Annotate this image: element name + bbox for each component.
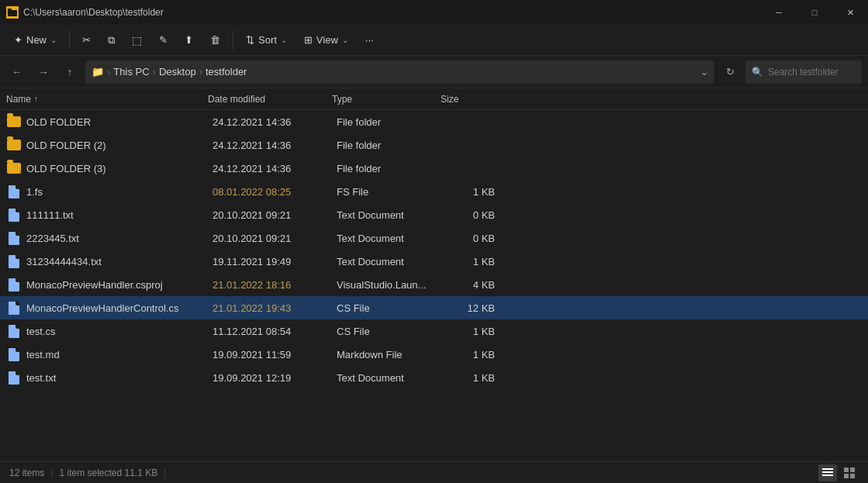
folder-icon bbox=[6, 137, 22, 153]
more-button[interactable]: ··· bbox=[358, 30, 382, 50]
table-row[interactable]: 2223445.txt 20.10.2021 09:21 Text Docume… bbox=[0, 226, 868, 250]
svg-rect-6 bbox=[850, 467, 855, 472]
table-row[interactable]: test.txt 19.09.2021 12:19 Text Document … bbox=[0, 366, 868, 389]
maximize-button[interactable]: □ bbox=[797, 0, 832, 25]
file-name: 31234444434.txt bbox=[26, 256, 213, 267]
file-type: CS File bbox=[337, 326, 445, 337]
toolbar-separator-2 bbox=[233, 31, 233, 50]
file-name: MonacoPreviewHandlerControl.cs bbox=[26, 302, 213, 314]
table-row[interactable]: OLD FOLDER 24.12.2021 14:36 File folder bbox=[0, 110, 868, 133]
table-row[interactable]: test.md 19.09.2021 11:59 Markdown File 1… bbox=[0, 343, 868, 366]
file-icon bbox=[6, 207, 22, 223]
col-size-header[interactable]: Size bbox=[441, 94, 503, 105]
breadcrumb-desktop[interactable]: Desktop bbox=[159, 66, 196, 78]
sort-chevron: ⌄ bbox=[281, 36, 287, 44]
file-icon bbox=[6, 323, 22, 339]
table-row[interactable]: 31234444434.txt 19.11.2021 19:49 Text Do… bbox=[0, 250, 868, 273]
file-type: FS File bbox=[337, 186, 445, 198]
paste-button[interactable]: ⬚ bbox=[124, 30, 150, 50]
breadcrumb-testfolder[interactable]: testfolder bbox=[206, 66, 247, 78]
file-type: File folder bbox=[337, 163, 445, 174]
table-row[interactable]: MonacoPreviewHandler.csproj 21.01.2022 1… bbox=[0, 273, 868, 296]
cut-button[interactable]: ✂ bbox=[74, 30, 99, 50]
copy-button[interactable]: ⧉ bbox=[100, 30, 123, 50]
table-row[interactable]: OLD FOLDER (3) 24.12.2021 14:36 File fol… bbox=[0, 157, 868, 180]
cut-icon: ✂ bbox=[82, 34, 91, 46]
up-button[interactable]: ↑ bbox=[59, 61, 81, 83]
list-view-button[interactable] bbox=[818, 464, 837, 481]
item-count: 12 items bbox=[9, 467, 44, 478]
view-button[interactable]: ⊞ View ⌄ bbox=[296, 30, 356, 50]
breadcrumb-thispc[interactable]: This PC bbox=[113, 66, 149, 78]
file-name: 2223445.txt bbox=[26, 233, 213, 244]
new-icon: ✦ bbox=[14, 34, 22, 46]
close-button[interactable]: ✕ bbox=[832, 0, 868, 25]
file-size: 1 KB bbox=[445, 256, 507, 267]
file-type: VisualStudio.Laun... bbox=[337, 279, 445, 291]
file-name: 111111.txt bbox=[26, 209, 213, 221]
file-name: test.txt bbox=[26, 372, 213, 384]
table-row[interactable]: MonacoPreviewHandlerControl.cs 21.01.202… bbox=[0, 296, 868, 319]
search-input[interactable] bbox=[768, 67, 856, 78]
view-icon: ⊞ bbox=[304, 34, 313, 46]
file-icon bbox=[6, 184, 22, 199]
rename-icon: ✎ bbox=[159, 34, 168, 46]
file-size: 0 KB bbox=[445, 233, 507, 244]
new-button[interactable]: ✦ New ⌄ bbox=[6, 30, 64, 50]
table-row[interactable]: test.cs 11.12.2021 08:54 CS File 1 KB bbox=[0, 319, 868, 343]
title-bar-text: C:\Users\aaron\Desktop\testfolder bbox=[23, 7, 164, 18]
file-type: Markdown File bbox=[337, 349, 445, 361]
svg-rect-5 bbox=[844, 467, 849, 472]
file-name: test.md bbox=[26, 349, 213, 361]
more-icon: ··· bbox=[365, 34, 374, 46]
table-row[interactable]: 1.fs 08.01.2022 08:25 FS File 1 KB bbox=[0, 180, 868, 203]
table-row[interactable]: OLD FOLDER (2) 24.12.2021 14:36 File fol… bbox=[0, 133, 868, 157]
delete-button[interactable]: 🗑 bbox=[202, 30, 228, 50]
status-right bbox=[818, 464, 859, 481]
file-icon bbox=[6, 277, 22, 292]
toolbar-separator-1 bbox=[69, 31, 70, 50]
rename-button[interactable]: ✎ bbox=[151, 30, 175, 50]
file-date: 19.09.2021 11:59 bbox=[213, 349, 337, 361]
forward-button[interactable]: → bbox=[33, 61, 54, 83]
file-type: Text Document bbox=[337, 372, 445, 384]
share-button[interactable]: ⬆ bbox=[177, 30, 201, 50]
refresh-button[interactable]: ↻ bbox=[719, 61, 741, 83]
sort-button[interactable]: ⇅ Sort ⌄ bbox=[238, 30, 295, 50]
file-date: 11.12.2021 08:54 bbox=[213, 326, 337, 337]
file-size: 4 KB bbox=[445, 279, 507, 291]
col-name-header[interactable]: Name ↑ bbox=[6, 94, 208, 105]
file-date: 24.12.2021 14:36 bbox=[213, 116, 337, 128]
file-date: 08.01.2022 08:25 bbox=[213, 186, 337, 198]
share-icon: ⬆ bbox=[185, 34, 193, 46]
minimize-button[interactable]: ─ bbox=[761, 0, 797, 25]
status-divider-2: | bbox=[164, 467, 166, 478]
file-size: 1 KB bbox=[445, 186, 507, 198]
view-label: View bbox=[316, 34, 338, 46]
column-headers: Name ↑ Date modified Type Size bbox=[0, 88, 868, 110]
file-name: MonacoPreviewHandler.csproj bbox=[26, 279, 213, 291]
view-chevron: ⌄ bbox=[342, 36, 348, 44]
grid-view-button[interactable] bbox=[840, 464, 859, 481]
breadcrumb-dropdown[interactable]: ⌄ bbox=[700, 67, 708, 78]
file-name: OLD FOLDER (3) bbox=[26, 163, 213, 174]
breadcrumb-bar[interactable]: 📁 › This PC › Desktop › testfolder ⌄ bbox=[85, 60, 714, 84]
svg-rect-4 bbox=[822, 474, 833, 476]
delete-icon: 🗑 bbox=[210, 34, 220, 46]
file-icon bbox=[6, 347, 22, 362]
file-icon bbox=[6, 254, 22, 269]
back-button[interactable]: ← bbox=[6, 61, 28, 83]
col-date-header[interactable]: Date modified bbox=[208, 94, 332, 105]
search-icon: 🔍 bbox=[752, 67, 763, 78]
file-type: CS File bbox=[337, 302, 445, 314]
paste-icon: ⬚ bbox=[132, 34, 142, 47]
search-box[interactable]: 🔍 bbox=[745, 60, 862, 84]
folder-icon bbox=[6, 160, 22, 176]
file-type: File folder bbox=[337, 116, 445, 128]
col-type-header[interactable]: Type bbox=[332, 94, 441, 105]
main-content: Name ↑ Date modified Type Size OLD FOLDE… bbox=[0, 88, 868, 461]
file-type: Text Document bbox=[337, 233, 445, 244]
status-divider-1: | bbox=[50, 467, 53, 478]
file-type: Text Document bbox=[337, 209, 445, 221]
table-row[interactable]: 111111.txt 20.10.2021 09:21 Text Documen… bbox=[0, 203, 868, 226]
